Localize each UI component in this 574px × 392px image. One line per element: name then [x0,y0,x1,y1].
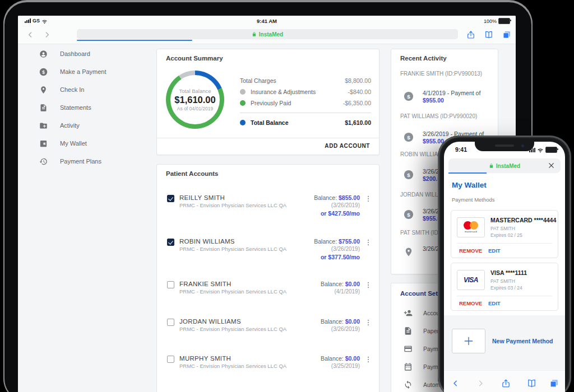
add-payment-method-button[interactable] [452,329,485,353]
per-month-link[interactable]: or $377.50/mo [314,254,360,260]
remove-button[interactable]: REMOVE [459,300,482,306]
site-name: InstaMed [259,31,283,38]
legend-value: -$840.00 [348,88,371,95]
add-account-button[interactable]: ADD ACCOUNT [325,143,370,149]
forward-button[interactable] [476,379,485,388]
wallet-icon [39,139,48,148]
account-summary-card: Account Summary Total Balance $1,610.00 … [156,49,379,155]
sidebar-item-make-a-payment[interactable]: $ Make a Payment [25,64,154,79]
status-time: 9:41 [455,146,467,153]
sidebar-item-label: Check In [60,86,84,93]
phone-screen: 9:41 InstaMed My Wallet Payment Methods … [444,142,565,392]
sidebar-item-label: Payment Plans [60,158,101,165]
site-name: InstaMed [496,163,520,169]
patient-row: MURPHY SMITH PRMC - Envision Physician S… [157,355,379,389]
kebab-menu-icon[interactable] [364,238,372,247]
status-time: 9:41 AM [18,18,516,24]
plus-icon [463,335,474,347]
kebab-menu-icon[interactable] [364,355,372,364]
patient-name: MURPHY SMITH [179,355,231,362]
sidebar-item-statements[interactable]: Statements [25,100,154,115]
svg-text:$: $ [407,172,410,178]
close-icon[interactable] [548,162,555,169]
patient-org: PRMC - Envision Physician Services LLC Q… [179,363,286,369]
new-payment-method-label[interactable]: New Payment Method [492,338,553,344]
svg-text:$: $ [407,94,410,100]
sidebar-item-my-wallet[interactable]: My Wallet [25,136,154,151]
share-icon[interactable] [501,379,511,388]
balance-date: (3/26/2019) [314,246,360,252]
back-button[interactable] [451,379,460,388]
location-pin-icon [404,247,414,257]
checkbox[interactable] [167,239,174,246]
patient-row: JORDAN WILLIAMS PRMC - Envision Physicia… [157,318,379,352]
patient-row: FRANKIE SMITH PRMC - Envision Physician … [157,281,379,314]
location-pin-icon [39,86,48,94]
bookmarks-icon[interactable] [484,30,493,39]
card-title: Patient Accounts [166,170,219,177]
kebab-menu-icon[interactable] [364,281,372,290]
phone-notch [475,142,534,151]
card-holder: PAT SMITH [490,226,515,231]
card-expiry: Expires 03 / 24 [490,285,522,291]
person-add-icon [404,309,413,318]
new-payment-panel: New Payment Method [444,315,565,370]
legend-label: Total Charges [240,77,276,84]
legend-row: Previously Paid -$6,350.00 [240,97,371,109]
checkbox[interactable] [167,319,174,326]
tabs-icon[interactable] [502,30,511,39]
patient-name: FRANKIE SMITH [179,281,232,287]
donut-center-label: Total Balance [179,88,211,94]
per-month-link[interactable]: or $427.50/mo [314,210,360,217]
kebab-menu-icon[interactable] [364,194,372,203]
history-clock-icon [39,157,48,166]
battery-icon [498,18,510,24]
sidebar-item-label: Activity [60,122,80,129]
patient-accounts-card: Patient Accounts REILLY SMITH PRMC - Env… [156,164,379,392]
address-bar[interactable]: InstaMed [448,158,561,173]
sidebar-item-activity[interactable]: Activity [25,118,154,133]
balance-line: Balance: $0.00 [321,281,360,287]
tabs-icon[interactable] [549,379,559,388]
checkbox[interactable] [167,281,174,288]
blue-dot-icon [240,120,246,125]
back-button[interactable] [26,30,35,39]
legend-label: Total Balance [251,119,289,126]
donut-center-asof: As of 04/01/2019 [177,106,213,111]
gray-dot-icon [240,89,246,95]
sidebar-item-payment-plans[interactable]: Payment Plans [25,154,154,169]
share-icon[interactable] [466,30,475,39]
patient-name: JORDAN WILLIAMS [179,318,241,325]
sync-icon [404,380,413,389]
page-load-progress [448,172,487,174]
card-title: Account Summary [166,55,223,62]
legend-row: Insurance & Adjustments -$840.00 [240,86,371,97]
edit-button[interactable]: EDIT [488,300,501,306]
checkbox[interactable] [167,356,174,363]
edit-button[interactable]: EDIT [488,248,501,254]
sidebar-item-check-in[interactable]: Check In [25,82,154,97]
patient-name: REILLY SMITH [179,194,225,201]
activity-patient-header: FRANKIE SMITH (ID:PV990013) [400,71,482,77]
payment-method-card-visa: VISA VISA ****1111 PAT SMITH Expires 03 … [451,263,558,311]
sidebar-item-dashboard[interactable]: Dashboard [25,46,154,61]
credit-card-icon [404,344,413,353]
wifi-icon [537,147,544,152]
sidebar-item-label: Make a Payment [60,68,107,75]
activity-patient-header: PAT SMITH (ID:P [400,230,443,236]
tablet-status-bar: GS 9:41 AM 100% [18,16,516,26]
remove-button[interactable]: REMOVE [459,248,482,254]
forward-button[interactable] [43,30,52,39]
legend-value: $8,800.00 [345,77,371,84]
bookmarks-icon[interactable] [527,379,536,388]
account-circle-icon [39,50,48,58]
address-bar[interactable]: InstaMed [77,29,458,39]
balance-date: (3/26/2019) [321,326,360,332]
kebab-menu-icon[interactable] [364,318,372,327]
patient-row: REILLY SMITH PRMC - Envision Physician S… [157,194,379,228]
donut-center-amount: $1,610.00 [174,95,215,105]
checkbox[interactable] [167,195,174,202]
card-number: MASTERCARD ****4444 [490,217,556,223]
legend-row: Total Charges $8,800.00 [240,75,371,86]
balance-line: Balance: $755.00 [314,238,360,245]
